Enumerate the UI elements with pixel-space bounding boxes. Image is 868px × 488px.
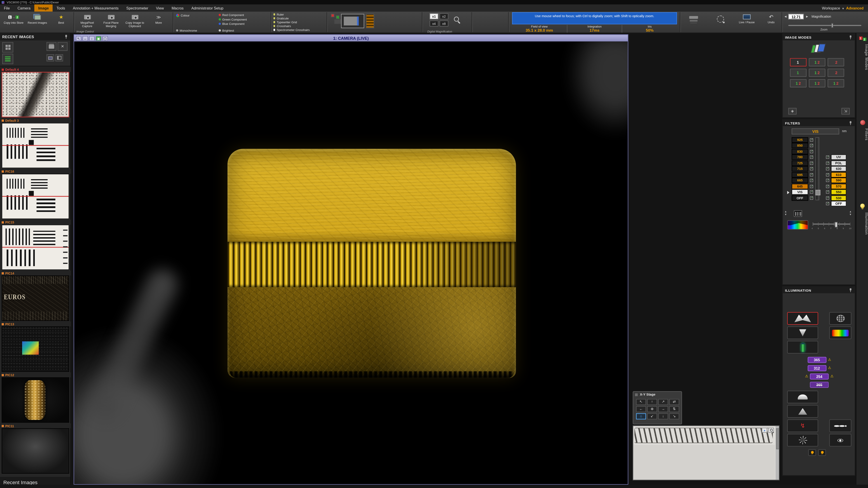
thumbnail-grid-view-button[interactable] xyxy=(2,42,13,53)
navigator-scrollbar[interactable] xyxy=(776,426,779,480)
delete-image-button[interactable]: ✕ xyxy=(58,42,68,51)
filter-uv[interactable]: UV xyxy=(831,154,846,160)
copy-image-to-clipboard-button[interactable]: Copy Image to Clipboard xyxy=(123,12,147,28)
magnification-decrease-button[interactable]: ◄ xyxy=(784,15,787,18)
red-component-option[interactable]: Red Component xyxy=(219,13,244,17)
menu-image[interactable]: Image xyxy=(34,4,53,12)
navigator-zoom-icon[interactable] xyxy=(768,428,774,433)
filter-725[interactable]: 725 xyxy=(792,160,808,166)
live-pause-button[interactable]: Live / Pause xyxy=(735,14,758,24)
filter-uv-checkbox[interactable] xyxy=(826,156,829,159)
more-button[interactable]: ≫ More xyxy=(147,12,170,28)
menu-view[interactable]: View xyxy=(152,4,168,12)
filter-wheel-slider[interactable] xyxy=(815,137,819,200)
filter-pol-checkbox[interactable] xyxy=(826,162,829,165)
zoom-slider-thumb[interactable] xyxy=(831,23,833,28)
spectrum-display-icon[interactable] xyxy=(787,220,808,230)
mode-button-1-2[interactable]: 12 xyxy=(809,58,825,66)
workspace-selector[interactable]: Workspace ▼ Advanced xyxy=(822,6,868,10)
recent-image-item[interactable]: PIC12 xyxy=(0,372,71,423)
monochrome-option[interactable]: Monochrome xyxy=(176,29,197,32)
laser-light-button[interactable]: ↯ xyxy=(787,419,818,432)
magnification-input[interactable]: 12.71 xyxy=(788,14,804,19)
spectrometer-crosshairs-option[interactable]: Spectrometer Crosshairs xyxy=(274,28,310,32)
pin-icon[interactable] xyxy=(64,35,68,39)
pan-horizontal-icon[interactable]: ↔ xyxy=(83,36,88,41)
uv-365-button[interactable]: 365 xyxy=(807,357,826,363)
filter-off-checkbox[interactable] xyxy=(810,196,813,200)
filter-570-checkbox[interactable] xyxy=(826,185,829,188)
list-view-button[interactable] xyxy=(2,54,13,64)
zoom-slider[interactable] xyxy=(788,25,861,26)
mode-option-button-right[interactable]: ⇲ xyxy=(841,108,850,115)
filter-715[interactable]: 715 xyxy=(792,166,808,171)
filter-off-right[interactable]: OFF xyxy=(831,201,846,206)
filter-780-checkbox[interactable] xyxy=(810,156,813,159)
filter-645-checkbox[interactable] xyxy=(810,185,813,188)
recent-image-item[interactable]: PIC16 xyxy=(0,169,71,219)
filter-925[interactable]: 925 xyxy=(792,137,808,142)
filter-590[interactable]: 590 xyxy=(831,177,846,183)
menu-spectrometer[interactable]: Spectrometer xyxy=(123,4,152,12)
single-view-layout-button[interactable] xyxy=(331,14,334,17)
dome-light-button[interactable] xyxy=(787,391,818,403)
panel-layout-button[interactable] xyxy=(55,54,63,61)
menu-camera[interactable]: Camera xyxy=(13,4,34,12)
filter-550[interactable]: 550 xyxy=(831,189,846,195)
filter-530[interactable]: 530 xyxy=(831,195,846,201)
thumbnail-pic13[interactable] xyxy=(2,326,69,372)
filter-scale-slider[interactable] xyxy=(813,223,850,225)
stage-up-button[interactable]: ↑ xyxy=(647,399,657,405)
recent-image-item[interactable]: PIC11 xyxy=(0,423,71,474)
recent-image-item[interactable]: PIC14 EUROS xyxy=(0,271,71,321)
menu-administrator-setup[interactable]: Administrator Setup xyxy=(187,4,227,12)
fluorescence-tube-button[interactable] xyxy=(787,341,818,354)
thumbnail-default-3[interactable] xyxy=(2,123,69,168)
filter-590-checkbox[interactable] xyxy=(826,179,829,182)
anti-glare-button[interactable] xyxy=(829,434,851,447)
focal-plane-merging-button[interactable]: Focal Plane Merging xyxy=(99,12,123,28)
image-modes-tab-icon[interactable]: 12 xyxy=(858,35,867,41)
recent-image-item[interactable]: Default 4 xyxy=(0,67,71,117)
thumbnail-pic11[interactable] xyxy=(2,428,69,474)
recent-image-item[interactable]: PIC13 xyxy=(0,322,71,372)
mode-button-blend-1[interactable]: 12 xyxy=(790,79,807,88)
crosshairs-option[interactable]: Crosshairs xyxy=(274,24,291,28)
digital-zoom-x2-button[interactable]: x2 xyxy=(439,13,448,20)
test-chart-button[interactable] xyxy=(794,210,802,217)
brightest-option[interactable]: Brightest xyxy=(219,29,234,32)
pin-icon[interactable] xyxy=(848,35,852,39)
strip-view-layout-button[interactable] xyxy=(366,14,374,28)
pin-icon[interactable] xyxy=(848,121,852,125)
filter-530-checkbox[interactable] xyxy=(826,196,829,200)
flood-light-button[interactable] xyxy=(787,312,818,325)
menu-file[interactable]: File xyxy=(0,4,13,12)
stage-icon[interactable] xyxy=(689,16,698,19)
filter-550-checkbox[interactable] xyxy=(826,190,829,194)
mode-button-blend-3[interactable]: 12 xyxy=(828,79,844,88)
spectral-light-button[interactable] xyxy=(829,326,851,339)
menu-annotation-measurements[interactable]: Annotation + Measurements xyxy=(69,4,123,12)
filter-780[interactable]: 780 xyxy=(792,154,808,160)
magnifier-icon[interactable] xyxy=(454,17,459,22)
digital-zoom-x1-button[interactable]: x1 xyxy=(430,13,438,20)
uv-312-button[interactable]: 312 xyxy=(807,365,826,371)
filter-vis-checkbox[interactable] xyxy=(810,190,813,194)
best-button[interactable]: ★ Best xyxy=(49,12,73,24)
filter-right-spinner[interactable]: ▲▼ xyxy=(849,211,852,216)
filter-630[interactable]: 630 xyxy=(831,166,846,171)
menu-tools[interactable]: Tools xyxy=(53,4,69,12)
filter-665-checkbox[interactable] xyxy=(810,179,813,182)
filter-695[interactable]: 695 xyxy=(792,172,808,177)
colour-option[interactable]: Colour xyxy=(176,14,190,17)
light-position-2-button[interactable] xyxy=(818,449,826,456)
filter-665[interactable]: 665 xyxy=(792,177,808,183)
drag-handle-icon[interactable] xyxy=(635,393,638,396)
filter-725-checkbox[interactable] xyxy=(810,162,813,165)
tab-illumination[interactable]: Illumination xyxy=(857,212,868,235)
filter-715-checkbox[interactable] xyxy=(810,167,813,170)
thumbnail-pic14[interactable]: EUROS xyxy=(2,275,69,321)
copy-into-store-button[interactable]: 1→2 Copy into Store xyxy=(2,12,25,24)
stage-down-left-button[interactable]: ↙ xyxy=(647,413,657,419)
recent-image-item[interactable]: PIC15 xyxy=(0,220,71,270)
